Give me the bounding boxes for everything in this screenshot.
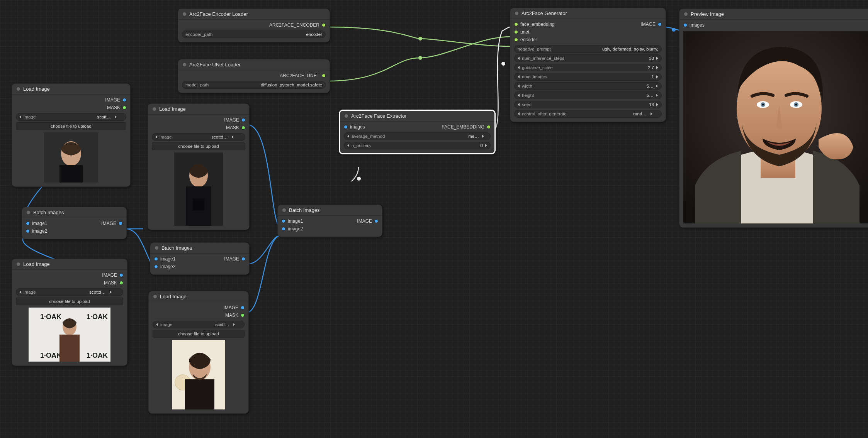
collapse-dot-icon[interactable] [183,12,186,16]
node-preview-image[interactable]: Preview Image images [679,8,868,228]
input-port-image2[interactable] [282,227,285,231]
chevron-right-icon[interactable] [233,323,235,326]
collapse-dot-icon[interactable] [155,246,158,250]
output-port-image[interactable] [374,219,378,223]
widget-image-combo[interactable]: image scottd1.jpg [16,113,126,121]
node-generator[interactable]: Arc2Face Generator face_embedding IMAGE … [510,8,666,122]
output-port-image[interactable] [119,222,122,225]
input-port-images[interactable] [683,23,687,27]
chevron-right-icon[interactable] [651,112,652,115]
node-load-image-1[interactable]: Load Image IMAGE MASK image scottd1.jpg … [12,83,131,187]
node-header[interactable]: Load Image [12,84,130,95]
collapse-dot-icon[interactable] [17,87,20,91]
chevron-left-icon[interactable] [518,57,520,60]
widget-n-outliers[interactable]: n_outliers 0 [344,142,491,149]
widget-image-combo[interactable]: image scottd3.webp [16,288,123,296]
widget-model-path[interactable]: model_path diffusion_pytorch_model.safet… [182,81,326,89]
chevron-left-icon[interactable] [518,112,520,115]
node-load-image-3[interactable]: Load Image IMAGE MASK image scottd3.webp… [12,259,127,366]
node-header[interactable]: Load Image [148,104,249,115]
output-port-image[interactable] [241,306,245,309]
collapse-dot-icon[interactable] [17,262,20,266]
chevron-left-icon[interactable] [19,291,21,294]
collapse-dot-icon[interactable] [282,208,286,212]
chevron-right-icon[interactable] [656,94,658,97]
chevron-right-icon[interactable] [656,75,658,78]
output-port[interactable] [322,23,326,27]
chevron-left-icon[interactable] [347,135,349,138]
widget-guidance-scale[interactable]: guidance_scale 2.7 [514,64,662,71]
input-port-encoder[interactable] [514,38,518,42]
output-port-mask[interactable] [241,313,245,317]
collapse-dot-icon[interactable] [183,63,186,66]
widget-average-method[interactable]: average_method median [344,132,491,140]
input-port-image1[interactable] [154,257,158,261]
chevron-left-icon[interactable] [518,94,520,97]
chevron-left-icon[interactable] [518,75,520,78]
chevron-left-icon[interactable] [155,135,157,139]
collapse-dot-icon[interactable] [27,211,30,214]
output-port-mask[interactable] [122,106,126,110]
chevron-right-icon[interactable] [110,291,112,294]
chevron-right-icon[interactable] [482,135,484,138]
node-load-image-2[interactable]: Load Image IMAGE MASK image scottd2.webp… [148,103,250,230]
widget-width[interactable]: width 512 [514,82,662,90]
widget-negative-prompt[interactable]: negative_prompt ugly, deformed, noisy, b… [514,45,662,53]
widget-image-combo[interactable]: image scottd2.webp [152,133,245,141]
node-header[interactable]: Arc2Face Face Extractor [340,111,494,122]
chevron-right-icon[interactable] [656,85,658,88]
output-port-mask[interactable] [119,281,123,285]
input-port-image1[interactable] [282,219,285,223]
chevron-left-icon[interactable] [19,115,21,118]
collapse-dot-icon[interactable] [153,107,156,111]
output-port-image[interactable] [241,118,245,122]
node-header[interactable]: Load Image [12,259,127,270]
widget-height[interactable]: height 512 [514,91,662,99]
collapse-dot-icon[interactable] [345,114,348,118]
node-load-image-4[interactable]: Load Image IMAGE MASK image scottd4.jpg … [148,291,249,414]
collapse-dot-icon[interactable] [153,295,157,298]
upload-button[interactable]: choose file to upload [153,330,245,338]
node-unet-loader[interactable]: Arc2Face UNet Loader ARC2FACE_UNET model… [178,59,330,93]
chevron-left-icon[interactable] [518,103,520,106]
input-port-image2[interactable] [26,229,30,233]
widget-num-inference-steps[interactable]: num_inference_steps 30 [514,54,662,62]
collapse-dot-icon[interactable] [684,12,688,16]
node-batch-images-2[interactable]: Batch Images image1 IMAGE image2 [277,205,382,237]
output-port-image[interactable] [241,257,245,261]
chevron-right-icon[interactable] [115,115,117,118]
node-encoder-loader[interactable]: Arc2Face Encoder Loader ARC2FACE_ENCODER… [178,8,330,42]
node-face-extractor[interactable]: Arc2Face Face Extractor images FACE_EMBE… [339,110,495,154]
collapse-dot-icon[interactable] [515,12,518,15]
widget-image-combo[interactable]: image scottd4.jpg [153,321,245,328]
upload-button[interactable]: choose file to upload [16,298,123,305]
widget-control-after-generate[interactable]: control_after_generate randomize [514,110,662,118]
input-port-image1[interactable] [26,222,30,225]
node-header[interactable]: Batch Images [22,207,126,218]
node-header[interactable]: Arc2Face Generator [510,8,666,19]
chevron-right-icon[interactable] [232,135,234,139]
input-port-face-embedding[interactable] [514,22,518,26]
node-header[interactable]: Arc2Face Encoder Loader [178,9,330,20]
node-header[interactable]: Load Image [149,291,248,302]
node-batch-images-1[interactable]: Batch Images image1 IMAGE image2 [22,207,127,239]
node-header[interactable]: Preview Image [679,9,868,20]
chevron-left-icon[interactable] [518,85,520,88]
output-port-image[interactable] [119,273,123,277]
widget-seed[interactable]: seed 13 [514,101,662,108]
chevron-right-icon[interactable] [656,66,658,69]
node-batch-images-3[interactable]: Batch Images image1 IMAGE image2 [150,242,250,275]
widget-encoder-path[interactable]: encoder_path encoder [182,30,326,38]
widget-num-images[interactable]: num_images 1 [514,73,662,81]
chevron-left-icon[interactable] [518,66,520,69]
output-port-embedding[interactable] [487,125,491,129]
output-port[interactable] [322,74,326,78]
chevron-right-icon[interactable] [485,144,487,147]
upload-button[interactable]: choose file to upload [16,122,126,130]
chevron-left-icon[interactable] [156,323,158,326]
output-port-image[interactable] [122,98,126,102]
output-port-mask[interactable] [241,126,245,130]
input-port-images[interactable] [344,125,348,129]
chevron-right-icon[interactable] [656,57,658,60]
node-header[interactable]: Batch Images [150,243,249,254]
